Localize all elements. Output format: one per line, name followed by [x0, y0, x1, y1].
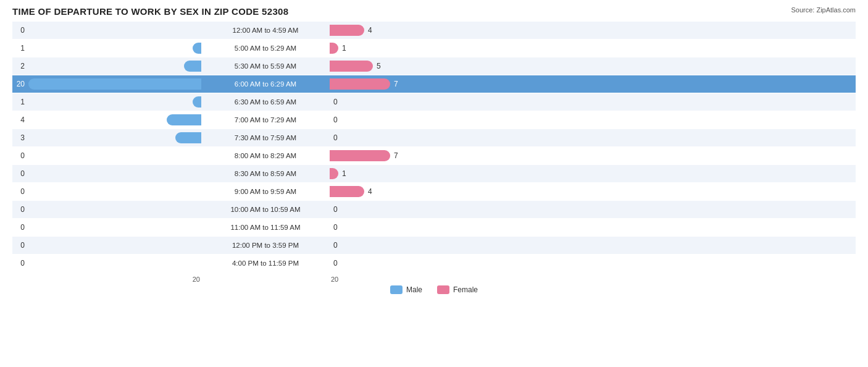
left-value: 0 — [14, 187, 25, 196]
bar-row: 37:30 AM to 7:59 AM0 — [12, 129, 856, 146]
bar-row: 011:00 AM to 11:59 AM0 — [12, 219, 856, 236]
female-label: Female — [453, 285, 478, 294]
female-bar — [330, 61, 373, 72]
right-value: 5 — [377, 62, 381, 70]
time-label: 12:00 AM to 4:59 AM — [204, 27, 327, 34]
chart-area: 012:00 AM to 4:59 AM415:00 AM to 5:29 AM… — [12, 22, 856, 272]
time-label: 6:00 AM to 6:29 AM — [204, 80, 327, 88]
right-value: 4 — [368, 26, 372, 35]
right-value: 4 — [368, 187, 372, 196]
male-bar — [193, 96, 201, 108]
time-label: 8:30 AM to 8:59 AM — [204, 170, 327, 177]
bar-row: 012:00 AM to 4:59 AM4 — [12, 22, 856, 39]
right-value: 0 — [333, 223, 338, 232]
female-bar — [330, 168, 338, 179]
bar-row: 08:30 AM to 8:59 AM1 — [12, 165, 856, 182]
female-bar — [330, 186, 364, 197]
left-value: 0 — [14, 205, 25, 214]
axis-left: 20 — [12, 276, 204, 283]
right-value: 0 — [333, 259, 338, 268]
female-bar — [330, 150, 390, 161]
time-label: 9:00 AM to 9:59 AM — [204, 188, 327, 195]
bar-row: 47:00 AM to 7:29 AM0 — [12, 111, 856, 129]
left-value: 1 — [14, 44, 25, 53]
left-value: 20 — [14, 80, 25, 88]
chart-title: TIME OF DEPARTURE TO WORK BY SEX IN ZIP … — [12, 6, 288, 17]
left-value: 3 — [14, 133, 25, 142]
left-value: 0 — [14, 169, 25, 178]
right-value: 7 — [394, 151, 398, 160]
male-swatch — [390, 285, 403, 294]
bar-row: 15:00 AM to 5:29 AM1 — [12, 40, 856, 57]
legend-male: Male — [390, 285, 422, 294]
right-value: 0 — [333, 133, 338, 142]
right-value: 0 — [333, 116, 338, 124]
time-label: 6:30 AM to 6:59 AM — [204, 98, 327, 106]
time-label: 11:00 AM to 11:59 AM — [204, 224, 327, 231]
axis-row: 20 20 — [12, 276, 856, 283]
left-value: 0 — [14, 259, 25, 268]
right-value: 0 — [333, 241, 338, 250]
female-bar — [330, 25, 364, 36]
bar-row: 206:00 AM to 6:29 AM7 — [12, 75, 856, 93]
bar-row: 08:00 AM to 8:29 AM7 — [12, 147, 856, 164]
right-value: 1 — [342, 44, 346, 53]
bar-row: 010:00 AM to 10:59 AM0 — [12, 201, 856, 218]
bar-row: 09:00 AM to 9:59 AM4 — [12, 183, 856, 200]
left-value: 0 — [14, 26, 25, 35]
left-value: 2 — [14, 62, 25, 70]
left-value: 0 — [14, 151, 25, 160]
right-value: 7 — [394, 80, 398, 88]
left-value: 4 — [14, 116, 25, 124]
left-value: 0 — [14, 223, 25, 232]
bar-row: 16:30 AM to 6:59 AM0 — [12, 93, 856, 111]
time-label: 12:00 PM to 3:59 PM — [204, 242, 327, 249]
male-bar — [193, 43, 201, 54]
bar-row: 012:00 PM to 3:59 PM0 — [12, 237, 856, 254]
female-bar — [330, 78, 390, 90]
time-label: 10:00 AM to 10:59 AM — [204, 206, 327, 213]
male-label: Male — [406, 285, 422, 294]
bar-row: 25:30 AM to 5:59 AM5 — [12, 57, 856, 75]
right-value: 1 — [342, 169, 346, 178]
male-bar — [184, 61, 201, 72]
bar-row: 04:00 PM to 11:59 PM0 — [12, 255, 856, 272]
legend-row: Male Female — [12, 285, 856, 294]
source-text: Source: ZipAtlas.com — [791, 6, 856, 14]
left-value: 1 — [14, 98, 25, 106]
axis-left-label: 20 — [193, 276, 200, 283]
left-value: 0 — [14, 241, 25, 250]
right-value: 0 — [333, 205, 338, 214]
legend-female: Female — [437, 285, 478, 294]
title-row: TIME OF DEPARTURE TO WORK BY SEX IN ZIP … — [12, 6, 856, 17]
time-label: 5:00 AM to 5:29 AM — [204, 44, 327, 52]
chart-container: TIME OF DEPARTURE TO WORK BY SEX IN ZIP … — [0, 0, 868, 367]
time-label: 7:00 AM to 7:29 AM — [204, 116, 327, 124]
time-label: 5:30 AM to 5:59 AM — [204, 62, 327, 70]
male-bar — [28, 78, 201, 90]
time-label: 4:00 PM to 11:59 PM — [204, 259, 327, 267]
male-bar — [175, 132, 201, 143]
male-bar — [167, 114, 201, 125]
female-swatch — [437, 285, 449, 294]
female-bar — [330, 43, 338, 54]
time-label: 7:30 AM to 7:59 AM — [204, 134, 327, 141]
right-value: 0 — [333, 98, 338, 106]
axis-right-label: 20 — [327, 276, 519, 283]
time-label: 8:00 AM to 8:29 AM — [204, 152, 327, 159]
